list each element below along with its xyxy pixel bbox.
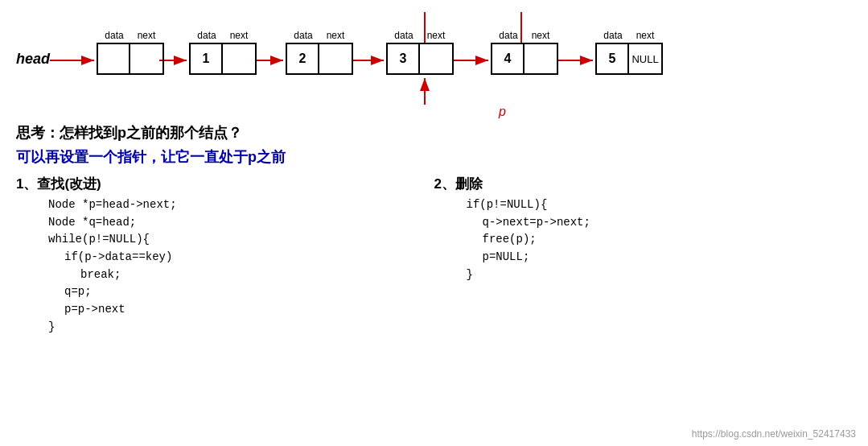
node-1-next-label: next xyxy=(223,30,255,41)
node-5-data-cell: 5 xyxy=(597,44,629,73)
node-2-next-cell xyxy=(319,44,352,73)
node-2-data-cell: 2 xyxy=(287,44,319,73)
node-0-next-cell xyxy=(130,44,162,73)
code-block-right: 2、删除 if(p!=NULL){ q->next=p->next; free(… xyxy=(434,175,853,337)
node-4-data-cell: 4 xyxy=(492,44,525,73)
node-3-data-cell: 3 xyxy=(388,44,420,73)
watermark: https://blog.csdn.net/weixin_52417433 xyxy=(692,428,856,440)
code-right-line-2: q->next=p->next; xyxy=(442,214,853,232)
code-left-line-3: while(p!=NULL){ xyxy=(24,231,434,249)
node-1-data-cell: 1 xyxy=(191,44,223,73)
node-4-next-cell xyxy=(525,44,557,73)
node-1-next-cell xyxy=(223,44,255,73)
node-3-next-label: next xyxy=(420,30,452,41)
node-2-next-label: next xyxy=(319,30,352,41)
code-left-line-6: q=p; xyxy=(24,283,434,301)
code-right-line-5: } xyxy=(442,266,853,284)
node-3: data next 3 xyxy=(386,30,454,75)
code-left-line-4: if(p->data==key) xyxy=(24,249,434,266)
diagram-area: head xyxy=(16,12,852,117)
node-3-next-cell xyxy=(420,44,452,73)
main-container: head xyxy=(0,0,868,446)
code-right-body: if(p!=NULL){ q->next=p->next; free(p); p… xyxy=(434,196,853,283)
node-3-data-label: data xyxy=(388,30,420,41)
head-label: head xyxy=(16,51,50,68)
code-right-line-3: free(p); xyxy=(442,231,853,249)
node-4-data-label: data xyxy=(492,30,525,41)
node-4-next-label: next xyxy=(525,30,557,41)
p-label: p xyxy=(499,105,506,119)
answer-text: 可以再设置一个指针，让它一直处于p之前 xyxy=(16,147,852,167)
node-0: data next xyxy=(97,30,164,75)
node-2-data-label: data xyxy=(287,30,319,41)
node-0-data-label: data xyxy=(98,30,130,41)
code-row: 1、查找(改进) Node *p=head->next; Node *q=hea… xyxy=(16,175,852,337)
node-1: data next 1 xyxy=(189,30,257,75)
code-left-line-1: Node *p=head->next; xyxy=(24,196,434,214)
node-2: data next 2 xyxy=(286,30,353,75)
code-left-title: 1、查找(改进) xyxy=(16,175,434,193)
code-left-line-2: Node *q=head; xyxy=(24,214,434,232)
node-4: data next 4 xyxy=(491,30,558,75)
node-5-data-label: data xyxy=(597,30,629,41)
node-0-data-cell xyxy=(98,44,130,73)
code-left-line-5: break; xyxy=(24,266,434,284)
node-1-data-label: data xyxy=(191,30,223,41)
code-block-left: 1、查找(改进) Node *p=head->next; Node *q=hea… xyxy=(16,175,434,337)
code-right-line-4: p=NULL; xyxy=(442,249,853,266)
code-right-line-1: if(p!=NULL){ xyxy=(442,196,853,214)
node-0-next-label: next xyxy=(130,30,162,41)
node-5-next-cell: NULL xyxy=(629,44,661,73)
code-right-title: 2、删除 xyxy=(434,175,853,193)
code-left-body: Node *p=head->next; Node *q=head; while(… xyxy=(16,196,434,337)
node-5: data next 5 NULL xyxy=(595,30,663,75)
node-5-next-label: next xyxy=(629,30,661,41)
question-text: 思考：怎样找到p之前的那个结点？ xyxy=(16,123,852,142)
code-left-line-8: } xyxy=(24,319,434,337)
code-left-line-7: p=p->next xyxy=(24,301,434,319)
